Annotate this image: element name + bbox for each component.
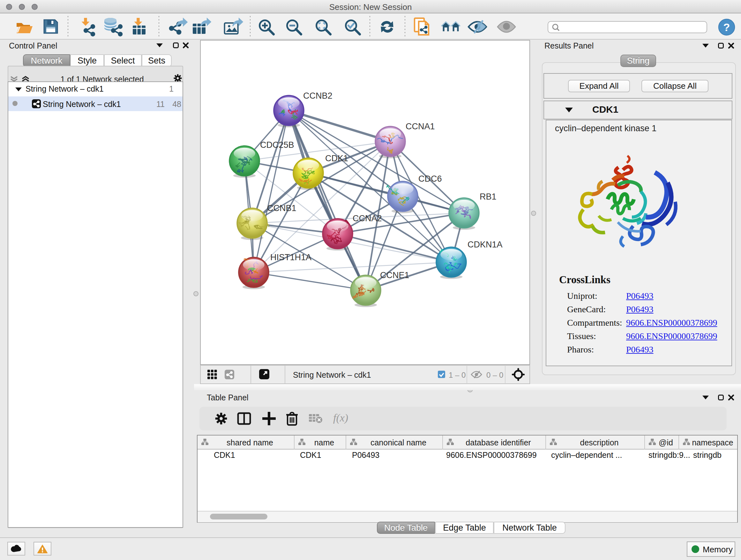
svg-text:CDC6: CDC6 bbox=[418, 174, 442, 184]
svg-text:HIST1H1A: HIST1H1A bbox=[270, 253, 312, 262]
svg-text:CDKN1A: CDKN1A bbox=[468, 240, 502, 249]
svg-text:CCNB2: CCNB2 bbox=[303, 91, 333, 101]
svg-text:CDC25B: CDC25B bbox=[260, 140, 294, 150]
svg-text:CCNE1: CCNE1 bbox=[380, 270, 409, 280]
svg-text:RB1: RB1 bbox=[480, 192, 496, 201]
svg-text:CCNA1: CCNA1 bbox=[406, 122, 435, 131]
svg-text:CDK1: CDK1 bbox=[325, 153, 348, 163]
svg-text:?: ? bbox=[724, 21, 730, 33]
svg-text:CCNA2: CCNA2 bbox=[353, 213, 382, 223]
svg-text:CCNB1: CCNB1 bbox=[267, 203, 296, 213]
